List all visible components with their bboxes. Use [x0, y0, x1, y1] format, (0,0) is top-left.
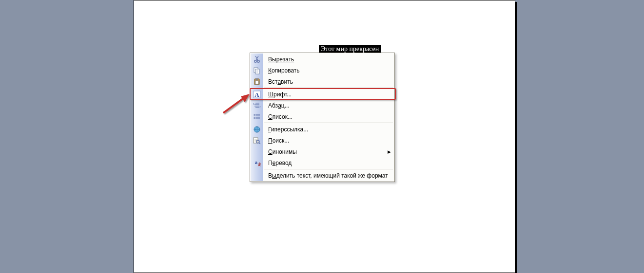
svg-text:A: A	[254, 91, 259, 98]
list-icon	[251, 111, 263, 122]
menu-item-label: Выделить текст, имеющий такой же формат	[263, 172, 394, 179]
menu-item-label: Список...	[263, 113, 394, 120]
submenu-arrow-icon: ▶	[384, 149, 394, 154]
svg-point-11	[254, 117, 255, 118]
blank-icon	[251, 170, 263, 181]
menu-item-paste[interactable]: Вставить	[251, 76, 394, 87]
blank-icon	[251, 146, 263, 157]
menu-item-label: Вставить	[263, 78, 394, 85]
menu-item-copy[interactable]: Копировать	[251, 65, 394, 76]
svg-text:あ: あ	[258, 162, 261, 166]
paste-icon	[251, 76, 263, 87]
svg-rect-5	[255, 78, 258, 80]
context-menu: Вырезать Копировать Вставить A Шрифт... …	[250, 53, 395, 182]
menu-item-translate[interactable]: aあ Перевод	[251, 157, 394, 168]
svg-point-0	[254, 60, 256, 62]
svg-point-9	[254, 114, 255, 115]
menu-item-font[interactable]: A Шрифт...	[251, 89, 394, 100]
svg-point-12	[254, 118, 255, 119]
menu-item-select-same-format[interactable]: Выделить текст, имеющий такой же формат	[251, 170, 394, 181]
menu-item-hyperlink[interactable]: Гиперссылка...	[251, 124, 394, 135]
menu-item-list[interactable]: Список...	[251, 111, 394, 122]
search-icon	[251, 135, 263, 146]
menu-item-synonyms[interactable]: Синонимы ▶	[251, 146, 394, 157]
menu-item-label: Вырезать	[263, 56, 394, 63]
svg-point-10	[254, 115, 255, 116]
translate-icon: aあ	[251, 157, 263, 168]
svg-rect-6	[255, 81, 258, 84]
menu-item-label: Копировать	[263, 67, 394, 74]
cut-icon	[251, 54, 263, 65]
paragraph-icon	[251, 100, 263, 111]
hyperlink-icon	[251, 124, 263, 135]
menu-item-label: Абзац...	[263, 102, 394, 109]
copy-icon	[251, 65, 263, 76]
menu-item-label: Перевод	[263, 160, 394, 166]
menu-item-label: Шрифт...	[263, 91, 394, 98]
menu-item-label: Синонимы	[263, 148, 384, 155]
svg-point-1	[257, 60, 259, 62]
menu-item-paragraph[interactable]: Абзац...	[251, 100, 394, 111]
menu-item-label: Гиперссылка...	[263, 126, 394, 133]
font-icon: A	[251, 89, 263, 100]
menu-item-search[interactable]: Поиск...	[251, 135, 394, 146]
menu-item-cut[interactable]: Вырезать	[251, 54, 394, 65]
menu-item-label: Поиск...	[263, 137, 394, 144]
